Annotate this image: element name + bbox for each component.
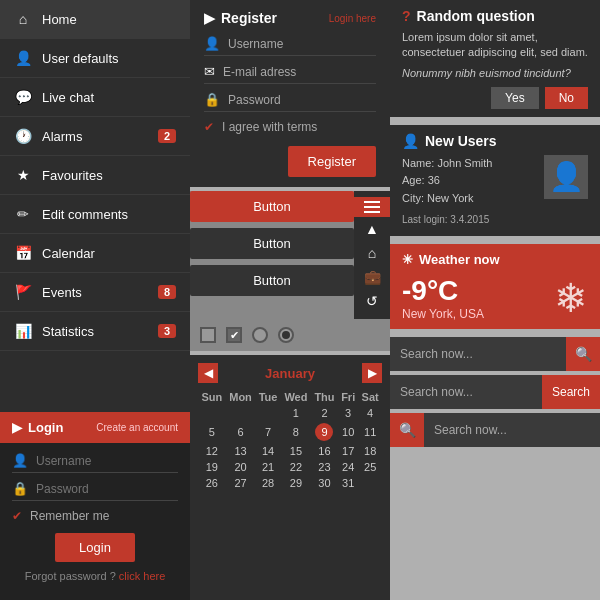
calendar-day (226, 405, 256, 421)
search-icon-button-1[interactable]: 🔍 (566, 337, 600, 371)
user-age: Age: 36 (402, 172, 536, 190)
calendar-day[interactable]: 15 (281, 443, 311, 459)
calendar-day[interactable]: 5 (198, 421, 226, 443)
nav-item-edit-comments[interactable]: ✏ Edit comments (0, 195, 190, 234)
nav-item-events[interactable]: 🚩 Events 8 (0, 273, 190, 312)
calendar-day[interactable]: 18 (358, 443, 382, 459)
calendar-day[interactable]: 13 (226, 443, 256, 459)
register-panel: ▶ Register Login here 👤 Username ✉ E-mai… (190, 0, 390, 187)
checkbox-unchecked[interactable] (200, 327, 216, 343)
calendar-day[interactable]: 30 (311, 475, 338, 491)
controls-section: ✔ (190, 319, 390, 351)
search-placeholder-1[interactable]: Search now... (390, 347, 566, 361)
user-last-login: Last login: 3.4.2015 (402, 212, 536, 228)
refresh-icon[interactable]: ↺ (354, 289, 390, 313)
radio-unchecked[interactable] (252, 327, 268, 343)
scroll-up-icon[interactable]: ▲ (354, 217, 390, 241)
calendar-day[interactable]: 22 (281, 459, 311, 475)
calendar-day[interactable]: 6 (226, 421, 256, 443)
forgot-click-here[interactable]: click here (119, 570, 165, 582)
reg-email-icon: ✉ (204, 64, 215, 79)
nav-item-calendar[interactable]: 📅 Calendar (0, 234, 190, 273)
calendar-day[interactable]: 10 (338, 421, 358, 443)
yes-button[interactable]: Yes (491, 87, 539, 109)
nav-label-edit-comments: Edit comments (42, 207, 176, 222)
search-row-1: Search now... 🔍 (390, 337, 600, 371)
register-play-icon: ▶ (204, 10, 215, 26)
calendar-day[interactable]: 12 (198, 443, 226, 459)
nav-item-alarms[interactable]: 🕐 Alarms 2 (0, 117, 190, 156)
nav-item-home[interactable]: ⌂ Home (0, 0, 190, 39)
calendar-day[interactable]: 25 (358, 459, 382, 475)
button-group: Button Button Button (190, 191, 354, 319)
login-username-field: 👤 (12, 453, 178, 473)
calendar-day[interactable]: 7 (255, 421, 280, 443)
search-text-button[interactable]: Search (542, 375, 600, 409)
hamburger-menu[interactable] (354, 197, 390, 217)
calendar-day[interactable]: 4 (358, 405, 382, 421)
calendar-grid: Sun Mon Tue Wed Thu Fri Sat 123456789101… (198, 389, 382, 491)
calendar-day[interactable]: 3 (338, 405, 358, 421)
cal-day-sun: Sun (198, 389, 226, 405)
calendar-next-btn[interactable]: ▶ (362, 363, 382, 383)
calendar-day[interactable]: 17 (338, 443, 358, 459)
nav-item-live-chat[interactable]: 💬 Live chat (0, 78, 190, 117)
register-login-link[interactable]: Login here (329, 13, 376, 24)
new-users-title: New Users (425, 133, 497, 149)
weather-temp: -9°C (402, 275, 484, 307)
button-dark-1[interactable]: Button (190, 228, 354, 259)
calendar-day (198, 405, 226, 421)
login-title: Login (28, 420, 63, 435)
calendar-day[interactable]: 24 (338, 459, 358, 475)
calendar-day[interactable]: 20 (226, 459, 256, 475)
calendar-day[interactable]: 16 (311, 443, 338, 459)
separator-4 (390, 236, 600, 240)
new-users-title-bar: 👤 New Users (402, 133, 588, 149)
calendar-day[interactable]: 14 (255, 443, 280, 459)
calendar-day[interactable]: 29 (281, 475, 311, 491)
radio-checked[interactable] (278, 327, 294, 343)
login-button[interactable]: Login (55, 533, 135, 562)
search-placeholder-2[interactable]: Search now... (390, 385, 542, 399)
calendar-icon: 📅 (14, 244, 32, 262)
events-badge: 8 (158, 285, 176, 299)
button-dark-2[interactable]: Button (190, 265, 354, 296)
random-question-text: Lorem ipsum dolor sit amet, consectetuer… (402, 30, 588, 61)
calendar-day[interactable]: 28 (255, 475, 280, 491)
home-scroll-icon[interactable]: ⌂ (354, 241, 390, 265)
nav-item-statistics[interactable]: 📊 Statistics 3 (0, 312, 190, 351)
nav-item-favourites[interactable]: ★ Favourites (0, 156, 190, 195)
calendar-day[interactable]: 27 (226, 475, 256, 491)
weather-info: -9°C New York, USA (402, 275, 484, 321)
user-city: City: New York (402, 190, 536, 208)
checkbox-checked[interactable]: ✔ (226, 327, 242, 343)
calendar-day[interactable]: 23 (311, 459, 338, 475)
calendar-day[interactable]: 21 (255, 459, 280, 475)
nav-item-user-defaults[interactable]: 👤 User defaults (0, 39, 190, 78)
calendar-day[interactable]: 19 (198, 459, 226, 475)
calendar-prev-btn[interactable]: ◀ (198, 363, 218, 383)
login-password-input[interactable] (36, 482, 186, 496)
calendar-day[interactable]: 1 (281, 405, 311, 421)
no-button[interactable]: No (545, 87, 588, 109)
calendar-day[interactable]: 8 (281, 421, 311, 443)
search-placeholder-3[interactable]: Search now... (424, 423, 600, 437)
create-account-link[interactable]: Create an account (96, 422, 178, 433)
cal-day-sat: Sat (358, 389, 382, 405)
user-field-icon: 👤 (12, 453, 28, 468)
register-email-label: E-mail adress (223, 65, 296, 79)
avatar-person-icon: 👤 (549, 160, 584, 193)
calendar-day[interactable]: 31 (338, 475, 358, 491)
sun-icon: ✳ (402, 252, 413, 267)
register-button[interactable]: Register (288, 146, 376, 177)
button-red[interactable]: Button (190, 191, 354, 222)
calendar-day[interactable]: 26 (198, 475, 226, 491)
calendar-day[interactable]: 11 (358, 421, 382, 443)
nav-label-events: Events (42, 285, 158, 300)
calendar-day[interactable]: 2 (311, 405, 338, 421)
briefcase-icon[interactable]: 💼 (354, 265, 390, 289)
login-username-input[interactable] (36, 454, 186, 468)
search-icon-button-3[interactable]: 🔍 (390, 413, 424, 447)
statistics-badge: 3 (158, 324, 176, 338)
calendar-day[interactable]: 9 (311, 421, 338, 443)
